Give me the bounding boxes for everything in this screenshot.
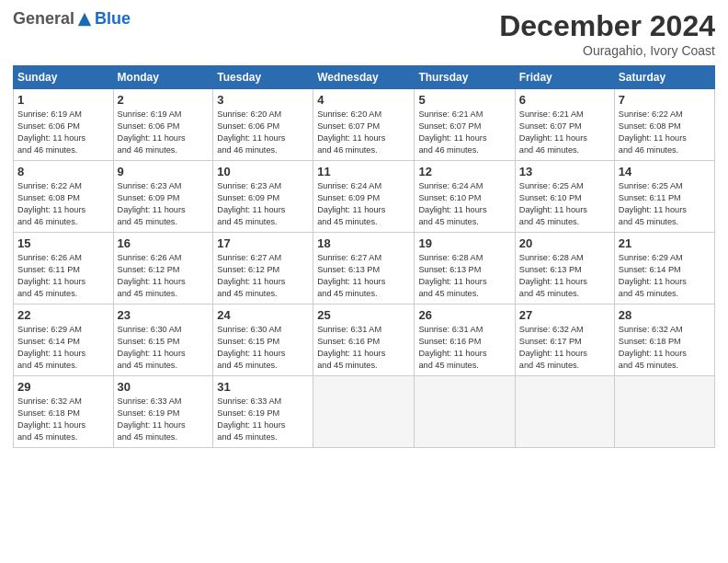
subtitle: Ouragahio, Ivory Coast [499, 43, 715, 58]
day-number: 24 [217, 308, 309, 322]
calendar-week-row: 22Sunrise: 6:29 AMSunset: 6:14 PMDayligh… [14, 304, 715, 376]
day-number: 31 [217, 380, 309, 394]
calendar-day-cell [415, 376, 515, 448]
day-info: Sunrise: 6:29 AMSunset: 6:14 PMDaylight:… [619, 252, 711, 300]
calendar-table: SundayMondayTuesdayWednesdayThursdayFrid… [13, 65, 715, 448]
calendar-day-cell: 30Sunrise: 6:33 AMSunset: 6:19 PMDayligh… [113, 376, 213, 448]
calendar-day-cell: 20Sunrise: 6:28 AMSunset: 6:13 PMDayligh… [515, 233, 614, 304]
day-info: Sunrise: 6:33 AMSunset: 6:19 PMDaylight:… [217, 396, 309, 443]
calendar-day-cell: 23Sunrise: 6:30 AMSunset: 6:15 PMDayligh… [113, 304, 213, 376]
day-info: Sunrise: 6:27 AMSunset: 6:12 PMDaylight:… [217, 252, 309, 300]
weekday-header: Thursday [415, 66, 515, 89]
weekday-header: Monday [113, 66, 213, 89]
day-number: 14 [619, 165, 711, 178]
calendar-day-cell: 10Sunrise: 6:23 AMSunset: 6:09 PMDayligh… [213, 161, 313, 233]
day-number: 30 [118, 380, 210, 394]
day-number: 26 [418, 308, 510, 322]
day-info: Sunrise: 6:26 AMSunset: 6:11 PMDaylight:… [17, 252, 109, 300]
calendar-day-cell: 5Sunrise: 6:21 AMSunset: 6:07 PMDaylight… [415, 89, 515, 161]
calendar-day-cell: 12Sunrise: 6:24 AMSunset: 6:10 PMDayligh… [415, 161, 515, 233]
calendar-day-cell: 28Sunrise: 6:32 AMSunset: 6:18 PMDayligh… [614, 304, 714, 376]
calendar-day-cell: 13Sunrise: 6:25 AMSunset: 6:10 PMDayligh… [515, 161, 614, 233]
calendar-day-cell: 3Sunrise: 6:20 AMSunset: 6:06 PMDaylight… [213, 89, 313, 161]
calendar-week-row: 1Sunrise: 6:19 AMSunset: 6:06 PMDaylight… [14, 89, 715, 161]
weekday-header: Friday [515, 66, 614, 89]
calendar-day-cell: 15Sunrise: 6:26 AMSunset: 6:11 PMDayligh… [14, 233, 114, 304]
day-info: Sunrise: 6:32 AMSunset: 6:17 PMDaylight:… [519, 324, 610, 372]
calendar-day-cell: 8Sunrise: 6:22 AMSunset: 6:08 PMDaylight… [14, 161, 114, 233]
calendar-day-cell: 17Sunrise: 6:27 AMSunset: 6:12 PMDayligh… [213, 233, 313, 304]
day-number: 28 [619, 308, 711, 322]
calendar-day-cell: 16Sunrise: 6:26 AMSunset: 6:12 PMDayligh… [113, 233, 213, 304]
day-info: Sunrise: 6:22 AMSunset: 6:08 PMDaylight:… [17, 180, 109, 228]
day-number: 3 [217, 93, 309, 107]
calendar-body: 1Sunrise: 6:19 AMSunset: 6:06 PMDaylight… [14, 89, 715, 448]
month-title: December 2024 [499, 9, 715, 43]
day-number: 12 [418, 165, 510, 178]
calendar-day-cell [614, 376, 714, 448]
day-number: 9 [118, 165, 210, 178]
day-info: Sunrise: 6:25 AMSunset: 6:10 PMDaylight:… [519, 180, 610, 228]
day-info: Sunrise: 6:25 AMSunset: 6:11 PMDaylight:… [619, 180, 711, 228]
calendar-day-cell: 26Sunrise: 6:31 AMSunset: 6:16 PMDayligh… [415, 304, 515, 376]
logo-general: General [13, 9, 74, 29]
calendar-day-cell: 21Sunrise: 6:29 AMSunset: 6:14 PMDayligh… [614, 233, 714, 304]
day-number: 17 [217, 236, 309, 250]
day-info: Sunrise: 6:30 AMSunset: 6:15 PMDaylight:… [217, 324, 309, 372]
weekday-header: Tuesday [213, 66, 313, 89]
weekday-header: Wednesday [313, 66, 415, 89]
calendar-day-cell: 2Sunrise: 6:19 AMSunset: 6:06 PMDaylight… [113, 89, 213, 161]
calendar-day-cell: 24Sunrise: 6:30 AMSunset: 6:15 PMDayligh… [213, 304, 313, 376]
day-info: Sunrise: 6:32 AMSunset: 6:18 PMDaylight:… [619, 324, 711, 372]
calendar-week-row: 29Sunrise: 6:32 AMSunset: 6:18 PMDayligh… [14, 376, 715, 448]
calendar-day-cell: 31Sunrise: 6:33 AMSunset: 6:19 PMDayligh… [213, 376, 313, 448]
calendar-day-cell: 14Sunrise: 6:25 AMSunset: 6:11 PMDayligh… [614, 161, 714, 233]
day-info: Sunrise: 6:29 AMSunset: 6:14 PMDaylight:… [17, 324, 109, 372]
calendar-day-cell: 22Sunrise: 6:29 AMSunset: 6:14 PMDayligh… [14, 304, 114, 376]
weekday-header: Saturday [614, 66, 714, 89]
day-number: 5 [418, 93, 510, 107]
calendar-day-cell: 6Sunrise: 6:21 AMSunset: 6:07 PMDaylight… [515, 89, 614, 161]
day-number: 1 [17, 93, 109, 107]
day-number: 15 [17, 236, 109, 250]
day-info: Sunrise: 6:21 AMSunset: 6:07 PMDaylight:… [519, 109, 610, 156]
day-info: Sunrise: 6:31 AMSunset: 6:16 PMDaylight:… [317, 324, 410, 372]
day-number: 11 [317, 165, 410, 178]
day-number: 18 [317, 236, 410, 250]
logo-icon [76, 11, 93, 28]
logo: General Blue [13, 9, 131, 29]
calendar-day-cell: 4Sunrise: 6:20 AMSunset: 6:07 PMDaylight… [313, 89, 415, 161]
calendar-week-row: 8Sunrise: 6:22 AMSunset: 6:08 PMDaylight… [14, 161, 715, 233]
title-block: December 2024 Ouragahio, Ivory Coast [499, 9, 715, 58]
day-info: Sunrise: 6:22 AMSunset: 6:08 PMDaylight:… [619, 109, 711, 156]
calendar-header: General Blue December 2024 Ouragahio, Iv… [13, 9, 715, 58]
day-info: Sunrise: 6:20 AMSunset: 6:06 PMDaylight:… [217, 109, 309, 156]
day-number: 2 [118, 93, 210, 107]
day-number: 8 [17, 165, 109, 178]
day-number: 19 [418, 236, 510, 250]
weekday-header-row: SundayMondayTuesdayWednesdayThursdayFrid… [14, 66, 715, 89]
day-info: Sunrise: 6:27 AMSunset: 6:13 PMDaylight:… [317, 252, 410, 300]
day-number: 10 [217, 165, 309, 178]
day-number: 23 [118, 308, 210, 322]
calendar-day-cell [515, 376, 614, 448]
day-info: Sunrise: 6:24 AMSunset: 6:09 PMDaylight:… [317, 180, 410, 228]
day-info: Sunrise: 6:31 AMSunset: 6:16 PMDaylight:… [418, 324, 510, 372]
day-number: 27 [519, 308, 610, 322]
day-info: Sunrise: 6:28 AMSunset: 6:13 PMDaylight:… [418, 252, 510, 300]
day-info: Sunrise: 6:26 AMSunset: 6:12 PMDaylight:… [118, 252, 210, 300]
calendar-day-cell: 18Sunrise: 6:27 AMSunset: 6:13 PMDayligh… [313, 233, 415, 304]
day-info: Sunrise: 6:30 AMSunset: 6:15 PMDaylight:… [118, 324, 210, 372]
calendar-week-row: 15Sunrise: 6:26 AMSunset: 6:11 PMDayligh… [14, 233, 715, 304]
day-number: 22 [17, 308, 109, 322]
day-info: Sunrise: 6:20 AMSunset: 6:07 PMDaylight:… [317, 109, 410, 156]
day-number: 6 [519, 93, 610, 107]
day-info: Sunrise: 6:28 AMSunset: 6:13 PMDaylight:… [519, 252, 610, 300]
day-number: 4 [317, 93, 410, 107]
calendar-day-cell: 27Sunrise: 6:32 AMSunset: 6:17 PMDayligh… [515, 304, 614, 376]
day-info: Sunrise: 6:24 AMSunset: 6:10 PMDaylight:… [418, 180, 510, 228]
day-info: Sunrise: 6:21 AMSunset: 6:07 PMDaylight:… [418, 109, 510, 156]
calendar-day-cell: 7Sunrise: 6:22 AMSunset: 6:08 PMDaylight… [614, 89, 714, 161]
calendar-container: General Blue December 2024 Ouragahio, Iv… [0, 0, 728, 563]
svg-marker-0 [78, 12, 91, 25]
